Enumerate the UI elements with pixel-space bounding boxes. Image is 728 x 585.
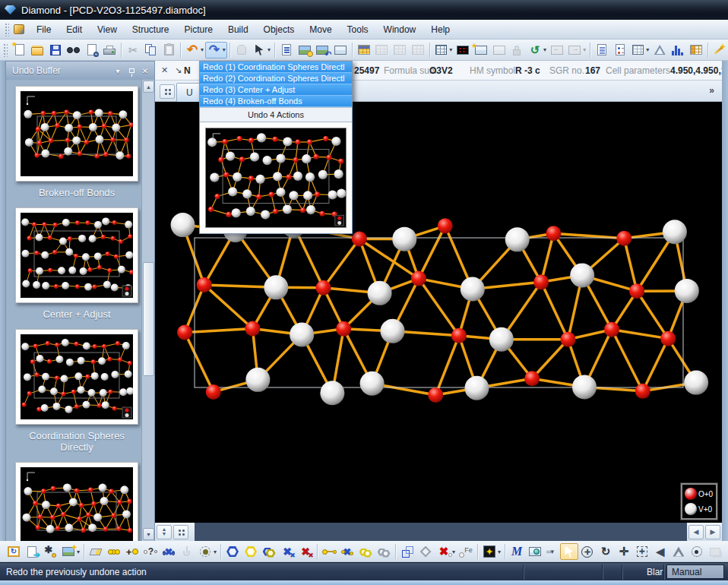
- menu-view[interactable]: View: [90, 21, 125, 38]
- assistant-wizard-button[interactable]: ✦: [711, 42, 728, 58]
- redo-button[interactable]: ↷▾: [205, 42, 227, 58]
- menu-move[interactable]: Move: [302, 21, 339, 38]
- navigation-tree-button[interactable]: [277, 42, 296, 58]
- picture-copy-button[interactable]: [490, 42, 508, 58]
- add-atoms-button[interactable]: [105, 543, 123, 560]
- unit-cell-button[interactable]: [398, 543, 416, 560]
- document-icon[interactable]: [14, 24, 24, 34]
- toolbar-grip[interactable]: [3, 43, 8, 57]
- picture-sphere-button[interactable]: [526, 543, 544, 560]
- structure-thumbnail[interactable]: [15, 86, 138, 182]
- table-insert-button[interactable]: [391, 42, 409, 58]
- print-button[interactable]: [101, 42, 119, 58]
- structure-thumbnail[interactable]: [15, 462, 138, 541]
- pan-button[interactable]: [233, 42, 251, 58]
- view-along-button[interactable]: ◀: [651, 543, 669, 560]
- dropdown-arrow-icon[interactable]: ▾: [223, 46, 226, 53]
- structure-thumbnail[interactable]: [15, 207, 138, 303]
- menu-window[interactable]: Window: [376, 21, 424, 38]
- measure-mode-button[interactable]: M: [508, 543, 526, 560]
- undo-buffer-card[interactable]: Center + Adjust: [15, 207, 138, 320]
- redo-menu-item-4[interactable]: Redo (4) Broken-off Bonds: [200, 96, 352, 107]
- undo-buffer-card[interactable]: Broken-off Bonds: [15, 86, 138, 198]
- close-icon[interactable]: ✕: [158, 64, 171, 77]
- window-next-button[interactable]: →▾: [566, 42, 588, 58]
- picture-revert-button[interactable]: ↶: [313, 42, 331, 58]
- complete-fragments-button[interactable]: ?: [141, 543, 160, 560]
- menu-structure[interactable]: Structure: [125, 21, 177, 38]
- polyhedron-yellow-button[interactable]: [242, 543, 260, 560]
- build-brush-button[interactable]: ✱: [41, 543, 59, 560]
- menu-objects[interactable]: Objects: [256, 21, 302, 38]
- polyhedron-blue-button[interactable]: [223, 543, 242, 560]
- track-2-button[interactable]: [724, 543, 728, 560]
- move-atoms-button[interactable]: ✦▾: [480, 543, 502, 560]
- distances-angles-button[interactable]: [650, 42, 669, 58]
- track-1-button[interactable]: [706, 543, 724, 560]
- data-sheet-button[interactable]: [687, 42, 705, 58]
- picture-tools-button[interactable]: ✦▾: [59, 543, 81, 560]
- coordination-spheres-button[interactable]: ✖: [338, 543, 356, 560]
- panel-close-button[interactable]: ✕: [139, 65, 151, 77]
- data-table-button[interactable]: [355, 42, 373, 58]
- delete-atoms-button[interactable]: ✖▾: [435, 543, 457, 560]
- scroll-up-button[interactable]: ▲: [143, 81, 154, 93]
- packing-range-button[interactable]: ▾: [196, 543, 218, 560]
- cell-grid-button[interactable]: ▾: [432, 42, 454, 58]
- structure-thumbnail[interactable]: [15, 329, 138, 425]
- undo-all-actions-item[interactable]: Undo 4 Actions: [200, 107, 352, 122]
- fill-cell-button[interactable]: [87, 543, 105, 560]
- undo-buffer-card[interactable]: [15, 462, 138, 541]
- add-atom-button[interactable]: +: [123, 543, 141, 560]
- polyhedra-stack-button[interactable]: [260, 543, 278, 560]
- find-button[interactable]: [65, 42, 83, 58]
- dropdown-arrow-icon[interactable]: ▾: [452, 549, 455, 555]
- polyhedra-pair-gray-button[interactable]: [375, 543, 393, 560]
- dropdown-arrow-icon[interactable]: ▾: [543, 46, 546, 53]
- page-right-button[interactable]: ▶: [705, 525, 720, 539]
- menu-tools[interactable]: Tools: [340, 21, 376, 38]
- cut-button[interactable]: ✂: [124, 42, 142, 58]
- update-picture-button[interactable]: ↻: [5, 543, 23, 560]
- edit-atom-button[interactable]: Fe: [457, 543, 475, 560]
- report-view-button[interactable]: [593, 42, 611, 58]
- dropdown-arrow-icon[interactable]: ▾: [201, 46, 204, 53]
- print-preview-button[interactable]: [83, 42, 101, 58]
- dropdown-arrow-icon[interactable]: ▾: [267, 46, 271, 53]
- page-spin-button[interactable]: ▲ ▼: [157, 525, 172, 539]
- redo-menu-item-1[interactable]: Redo (1) Coordination Spheres Directl: [200, 62, 352, 73]
- picture-history-button[interactable]: [296, 42, 314, 58]
- undo-buffer-card[interactable]: Coordination Spheres Directly: [15, 329, 138, 453]
- select-button[interactable]: ▾: [250, 42, 272, 58]
- rotate-z-button[interactable]: ↻: [597, 543, 615, 560]
- picture-locked-button[interactable]: [508, 42, 527, 58]
- connect-atoms-button[interactable]: ✖: [160, 543, 178, 560]
- dropdown-arrow-icon[interactable]: ▾: [583, 46, 586, 53]
- dropdown-arrow-icon[interactable]: ▾: [449, 46, 452, 53]
- picture-comment-button[interactable]: ➔: [23, 543, 41, 560]
- destroy-bonds-blue-button[interactable]: ✖✖: [278, 543, 296, 560]
- panel-scrollbar[interactable]: ▲ ▼: [141, 80, 154, 541]
- powder-pattern-button[interactable]: [669, 42, 687, 58]
- spin-mode-button[interactable]: [688, 543, 706, 560]
- pages-overview-button[interactable]: [160, 84, 175, 99]
- polyhedra-pair-yellow-button[interactable]: [356, 543, 375, 560]
- new-document-button[interactable]: ★: [11, 42, 29, 58]
- redo-menu-item-2[interactable]: Redo (2) Coordination Spheres Directl: [200, 73, 352, 84]
- menu-picture[interactable]: Picture: [177, 21, 220, 38]
- select-mode-button[interactable]: [560, 543, 578, 560]
- rotate-free-button[interactable]: ✛: [578, 543, 597, 560]
- translate-mode-button[interactable]: ✛: [615, 543, 633, 560]
- page-left-button[interactable]: ◀: [688, 525, 704, 539]
- picture-update-button[interactable]: ↺▾: [526, 42, 548, 58]
- paste-button[interactable]: [160, 42, 179, 58]
- picture-new-button[interactable]: ★: [472, 42, 490, 58]
- atom-legend[interactable]: O+0V+0: [681, 483, 717, 520]
- menu-build[interactable]: Build: [220, 21, 256, 38]
- layout-grid-button[interactable]: [173, 525, 188, 539]
- open-document-button[interactable]: [29, 42, 47, 58]
- create-bond-button[interactable]: [320, 543, 338, 560]
- table-edit-button[interactable]: [373, 42, 391, 58]
- tab-overflow-button[interactable]: »: [709, 85, 714, 96]
- undo-button[interactable]: ↶▾: [183, 42, 205, 58]
